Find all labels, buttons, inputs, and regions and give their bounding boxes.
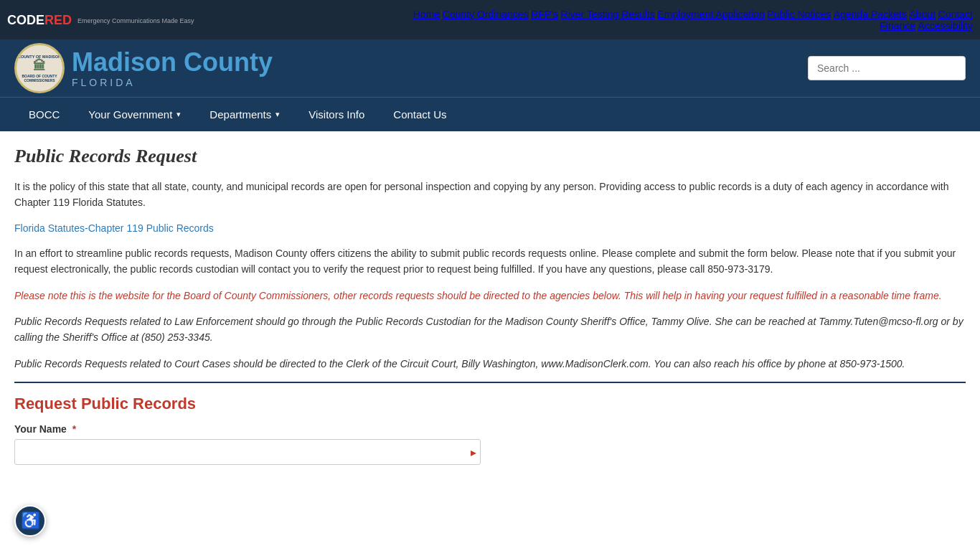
nav-bocc[interactable]: BOCC: [14, 98, 74, 132]
nav-visitors-info[interactable]: Visitors Info: [294, 98, 379, 132]
intro-paragraph: It is the policy of this state that all …: [14, 179, 966, 211]
brand-area: County of Madison 🏛 Board of County Comm…: [14, 43, 273, 93]
page-title: Public Records Request: [14, 146, 966, 167]
county-seal: County of Madison 🏛 Board of County Comm…: [14, 43, 65, 93]
top-nav-row2: Finance | Accessibility: [880, 20, 973, 32]
code-red-brand: CODE RED: [7, 14, 72, 27]
code-red-subtitle: Emergency Communications Made Easy: [77, 17, 194, 24]
top-nav-employment[interactable]: Employment Application: [658, 9, 765, 20]
top-nav-rfp[interactable]: RFP's: [531, 9, 558, 20]
notice-red-text: Please note this is the website for the …: [14, 288, 966, 303]
form-section: Request Public Records Your Name *: [14, 382, 966, 465]
nav-your-government[interactable]: Your Government ▾: [74, 98, 195, 132]
your-government-chevron: ▾: [176, 110, 181, 119]
top-nav-river[interactable]: River Testing Results: [561, 9, 655, 20]
required-indicator: *: [72, 423, 76, 435]
brand-text: Madison County FLORIDA: [72, 48, 273, 88]
name-label: Your Name *: [14, 423, 966, 435]
top-nav: Home | County Ordinances | RFP's | River…: [413, 9, 973, 32]
search-box: [808, 56, 966, 80]
red-text: RED: [44, 14, 72, 27]
name-input[interactable]: [14, 439, 481, 465]
name-field-group: Your Name *: [14, 423, 966, 465]
main-nav: BOCC Your Government ▾ Departments ▾ Vis…: [0, 97, 980, 131]
page-content: Public Records Request It is the policy …: [0, 131, 980, 488]
form-section-title: Request Public Records: [14, 395, 966, 413]
top-nav-finance[interactable]: Finance: [880, 20, 915, 32]
top-nav-public-notices[interactable]: Public Notices: [768, 9, 831, 20]
body-paragraph-1: In an effort to streamline public record…: [14, 245, 966, 278]
top-bar: CODE RED Emergency Communications Made E…: [0, 0, 980, 39]
code-text: CODE: [7, 14, 44, 27]
nav-contact-us[interactable]: Contact Us: [379, 98, 461, 132]
site-header: County of Madison 🏛 Board of County Comm…: [0, 39, 980, 97]
brand-name: Madison County: [72, 48, 273, 77]
top-nav-home[interactable]: Home: [413, 9, 440, 20]
brand-sub: FLORIDA: [72, 77, 273, 88]
search-input[interactable]: [808, 56, 966, 80]
top-nav-row1: Home | County Ordinances | RFP's | River…: [413, 9, 973, 20]
notice-law-enforcement: Public Records Requests related to Law E…: [14, 314, 966, 346]
statute-link[interactable]: Florida Statutes-Chapter 119 Public Reco…: [14, 222, 966, 234]
nav-departments[interactable]: Departments ▾: [195, 98, 294, 132]
top-nav-agenda[interactable]: Agenda Packets: [834, 9, 907, 20]
top-nav-ordinances[interactable]: County Ordinances: [443, 9, 529, 20]
code-red-logo: CODE RED Emergency Communications Made E…: [7, 14, 194, 27]
notice-court-cases: Public Records Requests related to Court…: [14, 356, 966, 372]
top-nav-accessibility[interactable]: Accessibility: [918, 20, 973, 32]
name-input-wrapper: [14, 439, 481, 465]
departments-chevron: ▾: [275, 110, 280, 119]
top-nav-contact[interactable]: Contact: [938, 9, 973, 20]
top-nav-about[interactable]: About: [910, 9, 936, 20]
